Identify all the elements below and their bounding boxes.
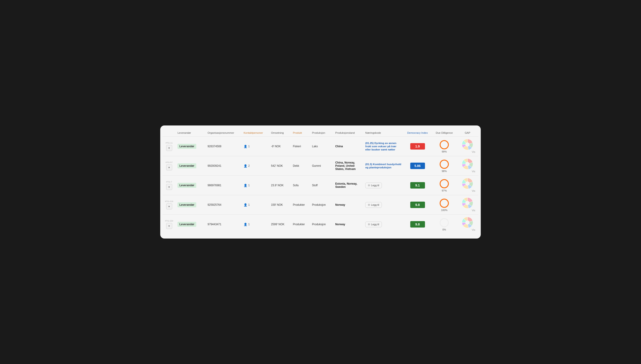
produkt-value: Dekk <box>293 164 299 168</box>
produkt-cell: Produkter <box>291 215 310 234</box>
due-pct: 97% <box>442 189 447 192</box>
produksjon-value: Produksjon <box>312 203 326 206</box>
naering-cell: ⚙ Legg til <box>364 195 403 215</box>
legg-til-label: Legg til <box>371 184 379 187</box>
produksjon-value: Produksjon <box>312 223 326 226</box>
land-value: China <box>335 145 343 148</box>
orgnr-cell: 926374508 <box>206 137 242 156</box>
vis-button[interactable]: Vis <box>470 228 477 232</box>
produksjon-value: Laks <box>312 145 318 148</box>
orgnr-value: 986976981 <box>208 184 221 187</box>
land-value: Estonia, Norway, Sweden <box>335 182 357 188</box>
orgnr-value: 926374508 <box>208 145 221 148</box>
due-circle-container: 99% <box>434 140 455 153</box>
table-row: #TG-220 ▼ Leverandør979443471 👤 1 2599' … <box>163 215 478 234</box>
legg-til-button[interactable]: ⚙ Legg til <box>365 202 382 208</box>
democracy-badge: 1.9 <box>410 143 425 150</box>
due-cell: 98% <box>432 156 456 176</box>
leverandor-cell: Leverandør <box>176 176 206 195</box>
naering-cell: (01.25) Dyrking av annen frukt som vokse… <box>364 137 403 156</box>
naering-cell: (01.5) Kombinert husdyrhold og plantepro… <box>364 156 403 176</box>
due-circle-container: 98% <box>434 159 455 172</box>
vis-button[interactable]: Vis <box>470 150 477 154</box>
due-pct: 0% <box>442 228 446 231</box>
toggle-button[interactable]: ▼ <box>166 184 172 190</box>
produksjon-cell: Produksjon <box>310 195 333 215</box>
toggle-button[interactable]: ▼ <box>166 164 172 170</box>
legg-til-button[interactable]: ⚙ Legg til <box>365 182 382 188</box>
gear-icon: ⚙ <box>368 204 370 206</box>
gap-donut <box>462 198 473 208</box>
kontakt-cell: 👤 1 <box>242 176 269 195</box>
kontakt-count: 2 <box>248 164 250 168</box>
vis-button[interactable]: Vis <box>470 189 477 193</box>
due-pct: 99% <box>442 150 447 153</box>
produksjon-value: Gummi <box>312 164 321 168</box>
header-land: Produksjonsland <box>333 130 364 137</box>
omsetning-value: 159' NOK <box>271 203 283 206</box>
democracy-badge: 9.8 <box>410 202 425 208</box>
leverandor-cell: Leverandør <box>176 195 206 215</box>
due-cell: 100% <box>432 195 456 215</box>
produksjon-cell: Stoff <box>310 176 333 195</box>
leverandor-cell: Leverandør <box>176 215 206 234</box>
header-gap: GAP <box>457 130 478 137</box>
legg-til-button[interactable]: ⚙ Legg til <box>365 222 382 227</box>
democracy-cell: 9.8 <box>403 215 432 234</box>
row-id: #TG-57 <box>166 161 173 164</box>
vis-button[interactable]: Vis <box>470 170 477 173</box>
orgnr-value: 992009241 <box>208 164 221 168</box>
header-orgnr: Organisasjonsnummer <box>206 130 242 137</box>
omsetning-value: 542' NOK <box>271 164 283 168</box>
leverandor-cell: Leverandør <box>176 137 206 156</box>
produkt-value: Sofa <box>293 184 299 187</box>
gap-donut <box>462 158 473 170</box>
orgnr-value: 979443471 <box>208 223 221 226</box>
gap-cell: Vis <box>457 195 478 215</box>
leverandor-name: Leverandør <box>177 202 196 207</box>
legg-til-label: Legg til <box>371 223 379 226</box>
omsetning-value: -9' NOK <box>271 145 280 148</box>
row-toggle-cell: #TG-220 ▼ <box>163 215 176 234</box>
land-cell: China <box>333 137 364 156</box>
vis-button[interactable]: Vis <box>470 208 477 212</box>
toggle-button[interactable]: ▼ <box>166 223 172 229</box>
row-id: #TG-7 <box>166 181 172 183</box>
land-cell: Norway <box>333 215 364 234</box>
person-icon: 👤 <box>244 145 247 148</box>
produkt-cell: Dekk <box>291 156 310 176</box>
kontakt-count: 1 <box>248 203 250 206</box>
toggle-button[interactable]: ▼ <box>166 145 172 151</box>
row-toggle-cell: #TG-57 ▼ <box>163 156 176 176</box>
land-cell: Norway <box>333 195 364 215</box>
person-icon: 👤 <box>244 203 247 207</box>
democracy-badge: 9.1 <box>410 182 425 188</box>
toggle-button[interactable]: ▼ <box>166 204 172 210</box>
gap-container: Vis <box>458 198 477 212</box>
produkt-cell: Fiskeri <box>291 137 310 156</box>
democracy-cell: 5.86 <box>403 156 432 176</box>
gap-container: Vis <box>458 178 477 193</box>
gear-icon: ⚙ <box>368 223 370 226</box>
kontakt-cell: 👤 1 <box>242 215 269 234</box>
due-cell: 99% <box>432 137 456 156</box>
gap-cell: Vis <box>457 176 478 195</box>
header-democracy: Democracy Index <box>403 130 432 137</box>
gap-cell: Vis <box>457 137 478 156</box>
democracy-cell: 1.9 <box>403 137 432 156</box>
naering-cell: ⚙ Legg til <box>364 176 403 195</box>
gap-container: Vis <box>458 217 477 232</box>
land-value: Norway <box>335 203 345 206</box>
header-leverandor: Leverandør <box>176 130 206 137</box>
leverandor-cell: Leverandør <box>176 156 206 176</box>
legg-til-label: Legg til <box>371 204 379 206</box>
produksjon-value: Stoff <box>312 184 317 187</box>
person-icon: 👤 <box>244 184 247 187</box>
person-icon: 👤 <box>244 164 247 168</box>
democracy-cell: 9.8 <box>403 195 432 215</box>
land-cell: Estonia, Norway, Sweden <box>333 176 364 195</box>
svg-point-3 <box>440 160 448 168</box>
kontakt-cell: 👤 1 <box>242 195 269 215</box>
main-container: LeverandørOrganisasjonsnummerKontaktpers… <box>160 126 481 238</box>
omsetning-cell: 2599' NOK <box>269 215 291 234</box>
